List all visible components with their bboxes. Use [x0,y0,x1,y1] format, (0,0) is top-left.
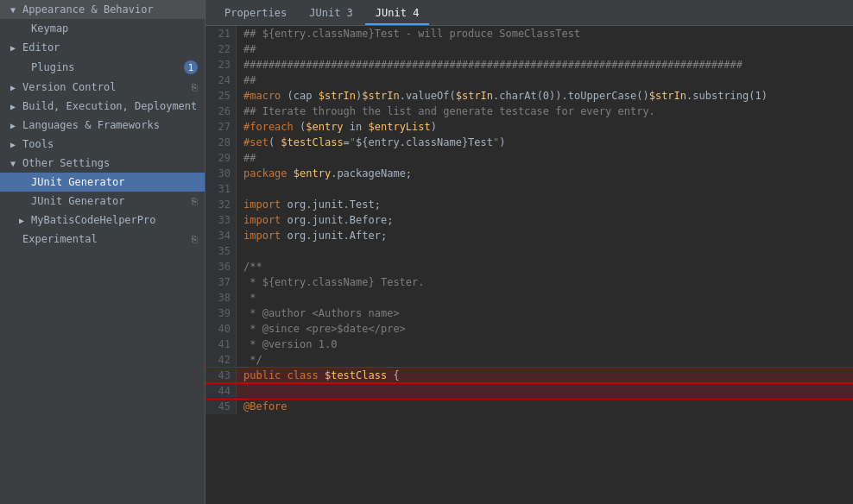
arrow-icon: ▼ [10,5,19,15]
code-row-27: 27#foreach ($entry in $entryList) [205,119,853,135]
tab-properties[interactable]: Properties [214,3,297,25]
sidebar-label: Keymap [31,22,68,35]
sidebar-item-keymap[interactable]: Keymap [0,19,205,38]
sidebar-item-languages[interactable]: ▶Languages & Frameworks [0,116,205,135]
main-container: ▼Appearance & Behavior Keymap▶Editor Plu… [0,0,853,504]
code-content: #set( $testClass="${entry.className}Test… [237,135,853,150]
copy-icon: ⎘ [192,234,198,245]
copy-icon: ⎘ [192,82,198,93]
sidebar-item-build-exec[interactable]: ▶Build, Execution, Deployment [0,97,205,116]
sidebar-label: Build, Execution, Deployment [22,100,197,112]
arrow-icon: ▶ [10,83,19,92]
line-number: 43 [205,368,237,383]
code-row-42: 42 */ [205,352,853,368]
sidebar-item-junit-generator-active[interactable]: JUnit Generator [0,173,205,192]
arrow-placeholder [19,24,28,34]
arrow-icon: ▶ [10,102,19,111]
code-content: * [237,290,853,306]
sidebar-item-tools[interactable]: ▶Tools [0,135,205,154]
sidebar-label: Languages & Frameworks [22,119,160,131]
code-area[interactable]: 21## ${entry.className}Test - will produ… [205,26,853,504]
code-row-29: 29## [205,150,853,166]
tab-junit4[interactable]: JUnit 4 [365,3,430,25]
code-row-44: 44 [205,383,853,399]
sidebar: ▼Appearance & Behavior Keymap▶Editor Plu… [0,0,205,504]
tab-bar: PropertiesJUnit 3JUnit 4 [205,0,853,26]
code-content: ## [237,41,853,57]
code-row-41: 41 * @version 1.0 [205,337,853,352]
code-content: #foreach ($entry in $entryList) [237,119,853,135]
sidebar-label: Appearance & Behavior [22,3,154,16]
line-number: 26 [205,104,237,119]
code-row-23: 23######################################… [205,57,853,72]
line-number: 38 [205,290,237,306]
code-content: * @version 1.0 [237,337,853,352]
line-number: 44 [205,383,237,399]
code-row-24: 24## [205,72,853,88]
line-number: 29 [205,150,237,166]
sidebar-label: Other Settings [22,157,110,169]
code-row-34: 34import org.junit.After; [205,228,853,243]
arrow-icon: ▶ [19,216,28,225]
line-number: 45 [205,399,237,414]
line-number: 21 [205,26,237,41]
sidebar-item-appearance-behavior[interactable]: ▼Appearance & Behavior [0,0,205,19]
code-content: ## Iterate through the list and generate… [237,104,853,119]
sidebar-label: Version Control [22,81,116,93]
line-number: 24 [205,72,237,88]
sidebar-item-junit-generator-2[interactable]: JUnit Generator⎘ [0,192,205,211]
sidebar-label: Editor [22,41,60,54]
tab-junit3[interactable]: JUnit 3 [299,3,363,25]
code-row-38: 38 * [205,290,853,306]
sidebar-item-other-settings[interactable]: ▼Other Settings [0,154,205,173]
sidebar-item-mybatis[interactable]: ▶MyBatisCodeHelperPro [0,211,205,230]
line-number: 32 [205,197,237,212]
sidebar-label: JUnit Generator [31,195,124,207]
code-content: public class $testClass { [237,368,853,383]
arrow-icon: ▶ [10,121,19,130]
code-row-33: 33import org.junit.Before; [205,212,853,228]
line-number: 25 [205,88,237,104]
code-content: * @since <pre>$date</pre> [237,321,853,337]
code-row-25: 25#macro (cap $strIn)$strIn.valueOf($str… [205,88,853,104]
sidebar-item-editor[interactable]: ▶Editor [0,38,205,57]
code-content: */ [237,352,853,368]
sidebar-item-plugins[interactable]: Plugins1 [0,57,205,78]
sidebar-item-experimental[interactable]: Experimental⎘ [0,230,205,249]
line-number: 31 [205,181,237,197]
code-row-45: 45@Before [205,399,853,414]
code-content: ########################################… [237,57,853,72]
line-number: 36 [205,259,237,274]
arrow-icon: ▶ [10,43,19,53]
copy-icon: ⎘ [192,196,198,207]
code-row-40: 40 * @since <pre>$date</pre> [205,321,853,337]
arrow-icon: ▼ [10,159,19,168]
code-row-35: 35 [205,243,853,259]
code-row-43: 43public class $testClass { [205,368,853,383]
sidebar-item-version-control[interactable]: ▶Version Control⎘ [0,78,205,97]
badge-count: 1 [184,60,198,74]
line-number: 33 [205,212,237,228]
code-row-39: 39 * @author <Authors name> [205,306,853,321]
line-number: 39 [205,306,237,321]
code-row-26: 26## Iterate through the list and genera… [205,104,853,119]
sidebar-label: JUnit Generator [31,176,124,188]
code-row-28: 28#set( $testClass="${entry.className}Te… [205,135,853,150]
code-row-32: 32import org.junit.Test; [205,197,853,212]
sidebar-label: Plugins [31,61,75,73]
code-content: package $entry.packageName; [237,166,853,181]
code-row-22: 22## [205,41,853,57]
content-area: PropertiesJUnit 3JUnit 4 21## ${entry.cl… [205,0,853,504]
arrow-placeholder [19,197,28,206]
line-number: 23 [205,57,237,72]
code-content [237,181,853,197]
arrow-placeholder [19,63,28,72]
arrow-icon: ▶ [10,140,19,149]
line-number: 28 [205,135,237,150]
code-content: ## [237,72,853,88]
line-number: 40 [205,321,237,337]
code-row-30: 30package $entry.packageName; [205,166,853,181]
code-row-21: 21## ${entry.className}Test - will produ… [205,26,853,41]
sidebar-label: MyBatisCodeHelperPro [31,214,156,226]
code-row-31: 31 [205,181,853,197]
